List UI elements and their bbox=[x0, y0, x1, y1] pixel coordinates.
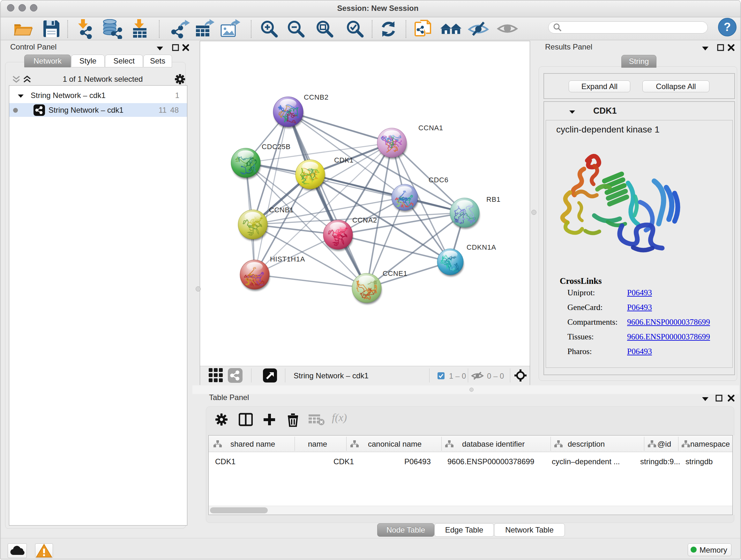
svg-text:HIST1H1A: HIST1H1A bbox=[270, 255, 305, 263]
svg-text:CCNB1: CCNB1 bbox=[269, 206, 294, 214]
svg-text:CDK1: CDK1 bbox=[334, 156, 354, 164]
svg-text:RB1: RB1 bbox=[486, 195, 501, 203]
svg-text:CDC6: CDC6 bbox=[428, 176, 448, 184]
svg-text:CDKN1A: CDKN1A bbox=[467, 243, 496, 251]
svg-text:CDC25B: CDC25B bbox=[262, 143, 290, 151]
svg-text:CCNA1: CCNA1 bbox=[418, 124, 443, 132]
svg-text:CCNB2: CCNB2 bbox=[304, 93, 329, 101]
svg-text:?: ? bbox=[724, 20, 731, 34]
svg-text:CCNE1: CCNE1 bbox=[383, 269, 408, 277]
svg-text:CCNA2: CCNA2 bbox=[352, 216, 377, 224]
